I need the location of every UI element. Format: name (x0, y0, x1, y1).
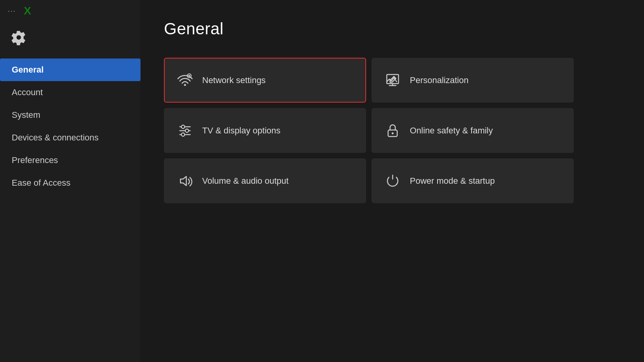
tile-online-safety-label: Online safety & family (410, 126, 493, 136)
tile-tv-display-label: TV & display options (202, 126, 281, 136)
tile-volume-audio[interactable]: Volume & audio output (164, 158, 366, 203)
sidebar: ··· X General Account System Devices & c… (0, 0, 141, 362)
power-icon (384, 172, 401, 190)
page-title: General (164, 20, 621, 38)
tile-network-settings-label: Network settings (202, 75, 266, 85)
sidebar-item-preferences[interactable]: Preferences (0, 149, 141, 172)
top-bar: ··· X (0, 0, 141, 22)
main-content: General Network settings (141, 0, 644, 362)
sidebar-item-devices[interactable]: Devices & connections (0, 126, 141, 149)
tile-network-settings[interactable]: Network settings (164, 58, 366, 103)
tile-personalization-label: Personalization (410, 75, 468, 85)
svg-point-8 (181, 133, 185, 136)
tile-personalization[interactable]: Personalization (372, 58, 574, 103)
tile-power-mode-label: Power mode & startup (410, 176, 495, 186)
volume-icon (176, 172, 194, 190)
xbox-logo-icon: X (24, 5, 31, 17)
tile-power-mode[interactable]: Power mode & startup (372, 158, 574, 203)
svg-point-10 (392, 132, 394, 134)
tile-volume-audio-label: Volume & audio output (202, 176, 288, 186)
svg-marker-11 (180, 176, 186, 185)
svg-point-1 (184, 84, 186, 86)
tile-online-safety[interactable]: Online safety & family (372, 108, 574, 153)
network-icon (176, 72, 194, 89)
settings-gear-container (0, 22, 141, 59)
sidebar-item-account[interactable]: Account (0, 81, 141, 104)
lock-icon (384, 122, 401, 139)
svg-point-6 (181, 125, 185, 128)
gear-icon (11, 30, 27, 45)
tile-tv-display[interactable]: TV & display options (164, 108, 366, 153)
tv-display-icon (176, 122, 194, 139)
menu-dots-icon[interactable]: ··· (8, 7, 16, 15)
sidebar-item-general[interactable]: General (0, 59, 141, 81)
settings-grid: Network settings Personalization (164, 58, 574, 203)
sidebar-item-ease-of-access[interactable]: Ease of Access (0, 172, 141, 194)
personalization-icon (384, 72, 401, 89)
nav-menu: General Account System Devices & connect… (0, 59, 141, 194)
sidebar-item-system[interactable]: System (0, 104, 141, 126)
svg-point-7 (185, 129, 189, 132)
